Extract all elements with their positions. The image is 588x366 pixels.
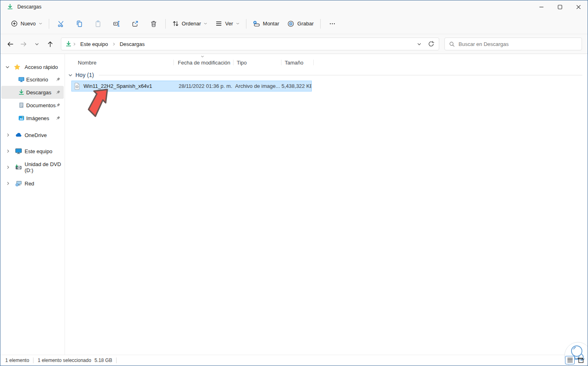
rename-button[interactable] [107,17,126,31]
file-row-selected[interactable]: Win11_22H2_Spanish_x64v1 28/11/2022 01:3… [71,81,312,92]
desktop-icon [18,76,25,83]
sidebar-item-label: Unidad de DVD (D:) [25,161,64,173]
back-button[interactable] [4,37,17,51]
pin-icon[interactable] [55,116,60,121]
chevron-right-icon[interactable] [6,165,10,169]
trash-icon [150,20,157,27]
maximize-button[interactable] [550,0,569,13]
titlebar: Descargas [0,0,588,13]
cut-button[interactable] [52,17,70,31]
sidebar-item-label: Red [25,181,34,187]
sidebar-item-dvd-drive[interactable]: Unidad de DVD (D:) [1,159,64,175]
plus-circle-icon [11,20,18,27]
mount-icon [253,20,260,27]
chevron-right-icon[interactable] [6,149,10,153]
column-header-nombre[interactable]: Nombre [65,57,174,68]
window-title: Descargas [17,4,42,10]
sidebar-item-imagenes[interactable]: Imágenes [1,112,64,125]
sidebar-item-documentos[interactable]: Documentos [1,99,64,112]
column-header-tamano[interactable]: Tamaño [281,57,314,68]
view-button[interactable]: Ver [211,17,244,31]
pin-icon[interactable] [55,77,60,82]
sidebar-item-label: Este equipo [25,148,52,154]
sidebar-item-escritorio[interactable]: Escritorio [1,73,64,86]
quick-access-label: Acceso rápido [25,64,58,70]
chevron-down-icon [39,22,42,25]
pin-icon[interactable] [55,90,60,95]
column-header-fecha[interactable]: Fecha de modificación [174,57,234,68]
breadcrumb-chevron-icon [72,42,77,46]
sidebar-item-red[interactable]: Red [1,175,64,191]
address-dropdown-button[interactable] [413,38,425,50]
file-name-cell: Win11_22H2_Spanish_x64v1 [72,83,174,90]
column-label: Tipo [237,60,247,66]
view-button-label: Ver [225,21,233,27]
search-box [444,37,582,50]
sort-descending-icon [200,54,204,58]
chevron-down-icon [204,22,207,25]
disc-image-file-icon [74,83,80,90]
file-modified: 28/11/2022 01:36 p. m. [174,83,234,89]
more-options-button[interactable] [323,17,342,31]
sidebar-item-descargas[interactable]: Descargas [1,86,64,99]
quick-access-header[interactable]: Acceso rápido [0,61,65,73]
new-button[interactable]: Nuevo [7,17,46,31]
sidebar-item-label: Descargas [26,89,51,96]
column-label: Fecha de modificación [178,60,230,66]
downloads-icon [18,89,25,96]
scissors-icon [57,20,65,27]
file-explorer-window: Descargas Nuevo [0,0,588,366]
burn-button-label: Grabar [297,21,313,27]
breadcrumb-descargas[interactable]: Descargas [117,40,148,49]
minimize-button[interactable] [532,0,550,13]
details-view-button[interactable] [565,356,575,364]
close-button[interactable] [569,0,588,13]
chevron-down-icon[interactable] [68,73,73,77]
forward-button[interactable] [17,37,30,51]
pictures-icon [18,115,25,121]
chevron-right-icon[interactable] [6,133,10,137]
sidebar-item-este-equipo[interactable]: Este equipo [1,143,64,159]
item-count: 1 elemento [5,358,29,363]
column-header-tipo[interactable]: Tipo [234,57,281,68]
window-controls [532,0,588,13]
ellipsis-icon [329,21,336,27]
breadcrumb-este-equipo[interactable]: Este equipo [77,40,111,49]
address-bar[interactable]: Este equipo Descargas [61,37,439,50]
pin-icon[interactable] [55,103,60,108]
up-button[interactable] [44,37,57,51]
refresh-button[interactable] [425,38,437,50]
navigation-bar: Este equipo Descargas [0,34,588,54]
navigation-pane: Acceso rápido Escritorio Descargas [0,54,65,355]
mount-button[interactable]: Montar [249,17,283,31]
selection-size: 5.18 GB [94,358,112,363]
search-input[interactable] [459,41,578,47]
sort-button[interactable]: Ordenar [168,17,212,31]
sidebar-item-label: Escritorio [26,77,48,83]
toolbar-divider [246,19,246,29]
recent-locations-button[interactable] [30,37,44,51]
rename-icon [113,20,120,27]
group-label[interactable]: Hoy (1) [75,72,94,78]
share-icon [131,20,139,27]
sort-button-label: Ordenar [182,21,201,27]
chevron-down-icon [236,22,240,25]
mount-button-label: Montar [263,21,279,27]
delete-button[interactable] [144,17,163,31]
toolbar-divider [49,19,49,29]
view-toggle-group [565,356,586,364]
search-icon [449,41,455,47]
column-headers: Nombre Fecha de modificación Tipo Tamaño [65,57,314,68]
burn-button[interactable]: Grabar [283,17,317,31]
dvd-drive-icon [15,164,22,171]
new-button-label: Nuevo [21,21,36,27]
large-icons-view-button[interactable] [576,356,586,364]
file-type: Archivo de image... [234,83,281,89]
sidebar-item-onedrive[interactable]: OneDrive [1,127,64,143]
copy-button[interactable] [70,17,89,31]
paste-button[interactable] [89,17,107,31]
file-list-pane: Nombre Fecha de modificación Tipo Tamaño… [65,54,588,355]
share-button[interactable] [126,17,144,31]
statusbar-divider [33,358,33,363]
chevron-right-icon[interactable] [6,181,10,185]
